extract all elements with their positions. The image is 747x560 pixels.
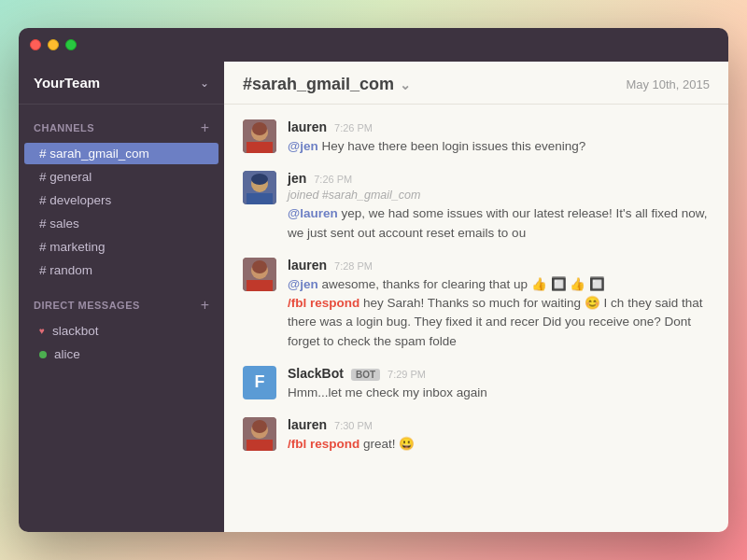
msg-author-5: lauren bbox=[288, 417, 327, 432]
msg-author-2: jen bbox=[288, 171, 306, 186]
channels-label: CHANNELS bbox=[34, 122, 94, 133]
mention-2: @lauren bbox=[288, 206, 338, 220]
channel-item-label: # random bbox=[39, 263, 92, 277]
msg-content-2: jen 7:26 PM joined #sarah_gmail_com @lau… bbox=[288, 171, 710, 243]
team-chevron-icon: ⌄ bbox=[200, 77, 209, 90]
channel-item-marketing[interactable]: # marketing bbox=[24, 236, 218, 258]
joined-text-2: joined #sarah_gmail_com bbox=[288, 189, 710, 202]
msg-time-2: 7:26 PM bbox=[314, 174, 352, 185]
date-header: May 10th, 2015 bbox=[626, 77, 710, 91]
chat-area: #sarah_gmail_com ⌄ May 10th, 2015 lauren… bbox=[224, 62, 728, 532]
msg-header-1: lauren 7:26 PM bbox=[288, 119, 710, 134]
channel-item-developers[interactable]: # developers bbox=[24, 189, 218, 211]
channel-item-general[interactable]: # general bbox=[24, 166, 218, 188]
team-name: YourTeam bbox=[34, 75, 100, 91]
avatar-slackbot: F bbox=[243, 366, 276, 399]
msg-text-4: Hmm...let me check my inbox again bbox=[288, 384, 710, 402]
msg-author-4: SlackBot bbox=[288, 366, 344, 381]
channel-item-label: # marketing bbox=[39, 240, 106, 254]
msg-content-4: SlackBot BOT 7:29 PM Hmm...let me check … bbox=[288, 366, 710, 402]
mention-1: @jen bbox=[288, 139, 318, 153]
msg-time-1: 7:26 PM bbox=[334, 122, 373, 133]
svg-point-6 bbox=[251, 174, 268, 185]
message-1: lauren 7:26 PM @jen Hey have there been … bbox=[243, 119, 710, 156]
team-header[interactable]: YourTeam ⌄ bbox=[19, 62, 224, 105]
close-button[interactable] bbox=[30, 39, 41, 50]
msg-content-3: lauren 7:28 PM @jen awesome, thanks for … bbox=[288, 258, 710, 351]
msg-header-4: SlackBot BOT 7:29 PM bbox=[288, 366, 710, 381]
msg-time-3: 7:28 PM bbox=[334, 260, 373, 272]
minimize-button[interactable] bbox=[48, 39, 59, 50]
sidebar: YourTeam ⌄ CHANNELS + # sarah_gmail_com … bbox=[19, 62, 224, 532]
avatar-lauren-5 bbox=[243, 417, 276, 451]
msg-text-1: @jen Hey have there been login issues th… bbox=[288, 137, 710, 156]
channel-item-sarah-gmail[interactable]: # sarah_gmail_com bbox=[24, 143, 218, 164]
msg-header-2: jen 7:26 PM bbox=[288, 171, 710, 186]
online-status-dot bbox=[39, 351, 47, 358]
msg-text-2: @lauren yep, we had some issues with our… bbox=[288, 204, 710, 243]
command-3: /fbl respond bbox=[288, 296, 359, 310]
channel-item-sales[interactable]: # sales bbox=[24, 213, 218, 234]
channel-item-label: # sarah_gmail_com bbox=[39, 147, 149, 161]
dm-item-label: slackbot bbox=[52, 324, 99, 338]
msg-text-3: @jen awesome, thanks for clearing that u… bbox=[288, 275, 710, 351]
svg-rect-7 bbox=[247, 193, 273, 204]
app-body: YourTeam ⌄ CHANNELS + # sarah_gmail_com … bbox=[19, 62, 728, 532]
traffic-lights bbox=[30, 39, 77, 50]
add-dm-icon[interactable]: + bbox=[201, 297, 209, 314]
channel-name: #sarah_gmail_com bbox=[243, 75, 394, 94]
channel-item-random[interactable]: # random bbox=[24, 259, 218, 281]
dm-item-alice[interactable]: alice bbox=[24, 343, 218, 365]
dm-section-header: DIRECT MESSAGES + bbox=[19, 282, 224, 319]
msg-content-1: lauren 7:26 PM @jen Hey have there been … bbox=[288, 119, 710, 156]
channel-item-label: # developers bbox=[39, 193, 111, 207]
bot-badge: BOT bbox=[351, 369, 380, 381]
message-4: F SlackBot BOT 7:29 PM Hmm...let me chec… bbox=[243, 366, 710, 402]
channel-item-label: # general bbox=[39, 170, 92, 184]
add-channel-icon[interactable]: + bbox=[201, 119, 209, 136]
channel-chevron-icon[interactable]: ⌄ bbox=[400, 77, 411, 92]
avatar-lauren-1 bbox=[243, 119, 276, 153]
msg-header-3: lauren 7:28 PM bbox=[288, 258, 710, 273]
channels-section-header: CHANNELS + bbox=[19, 105, 224, 142]
msg-header-5: lauren 7:30 PM bbox=[288, 417, 710, 432]
messages-list: lauren 7:26 PM @jen Hey have there been … bbox=[224, 105, 728, 532]
avatar-jen bbox=[243, 171, 276, 204]
dm-item-slackbot[interactable]: ♥ slackbot bbox=[24, 320, 218, 342]
msg-author-3: lauren bbox=[288, 258, 327, 273]
svg-rect-11 bbox=[247, 280, 273, 291]
svg-point-2 bbox=[252, 122, 267, 135]
channel-title: #sarah_gmail_com ⌄ bbox=[243, 75, 411, 94]
mention-3: @jen bbox=[288, 277, 318, 291]
dm-label: DIRECT MESSAGES bbox=[34, 300, 140, 311]
svg-rect-15 bbox=[247, 440, 273, 451]
message-2: jen 7:26 PM joined #sarah_gmail_com @lau… bbox=[243, 171, 710, 243]
msg-text-5: /fbl respond great! 😀 bbox=[288, 435, 710, 454]
maximize-button[interactable] bbox=[65, 39, 77, 50]
chat-header: #sarah_gmail_com ⌄ May 10th, 2015 bbox=[224, 62, 728, 105]
msg-author-1: lauren bbox=[288, 119, 327, 134]
dm-item-label: alice bbox=[54, 347, 80, 361]
titlebar bbox=[19, 28, 728, 62]
msg-time-5: 7:30 PM bbox=[334, 420, 373, 431]
msg-content-5: lauren 7:30 PM /fbl respond great! 😀 bbox=[288, 417, 710, 454]
svg-rect-3 bbox=[247, 142, 273, 153]
msg-time-4: 7:29 PM bbox=[388, 369, 426, 380]
message-5: lauren 7:30 PM /fbl respond great! 😀 bbox=[243, 417, 710, 454]
svg-point-14 bbox=[252, 420, 267, 433]
app-window: YourTeam ⌄ CHANNELS + # sarah_gmail_com … bbox=[19, 28, 728, 532]
command-5: /fbl respond bbox=[288, 437, 359, 451]
heart-icon: ♥ bbox=[39, 326, 45, 336]
svg-point-10 bbox=[252, 260, 267, 273]
avatar-lauren-3 bbox=[243, 258, 276, 291]
channel-item-label: # sales bbox=[39, 217, 79, 231]
message-3: lauren 7:28 PM @jen awesome, thanks for … bbox=[243, 258, 710, 351]
